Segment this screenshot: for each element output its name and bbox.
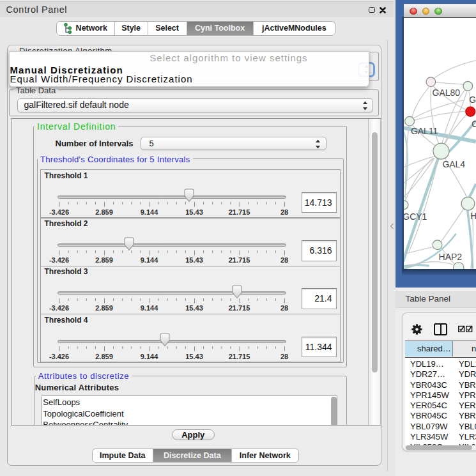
svg-text:GAL80: GAL80 <box>433 88 461 98</box>
svg-text:GAL4: GAL4 <box>443 159 466 169</box>
svg-text:GAL11: GAL11 <box>411 126 438 136</box>
svg-text:GCY1: GCY1 <box>404 211 427 222</box>
svg-text:C: C <box>472 119 476 129</box>
svg-text:HAP2: HAP2 <box>439 252 463 262</box>
svg-text:GA: GA <box>469 95 475 105</box>
svg-text:H: H <box>470 211 476 221</box>
